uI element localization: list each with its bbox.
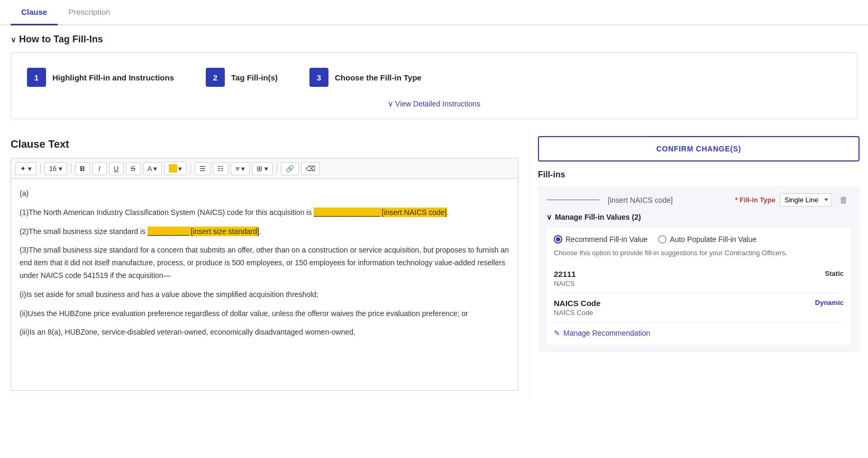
step-3: 3 Choose the Fill-in Type [309,68,422,87]
view-instructions-chevron: ∨ [388,100,393,108]
manage-title: Manage Fill-in Values (2) [555,213,641,221]
how-to-title: ∨ How to Tag Fill-Ins [11,34,857,45]
underline-button[interactable]: U [109,162,124,175]
manage-chevron: ∨ [546,213,552,221]
eraser-button[interactable]: ⌫ [301,162,320,175]
manage-recommendation-link[interactable]: ✎ Manage Recommendation [554,329,844,337]
manage-body: Recommend Fill-in Value Auto Populate Fi… [546,228,851,345]
fiv-number-1: 22111 [554,270,576,279]
editor-para-2: (2)The small business size standard is _… [20,226,509,238]
sep-2 [71,163,71,174]
sep-1 [40,163,41,174]
sep-4 [277,163,277,174]
fill-in-item: [insert NAICS code] * Fill-in Type Singl… [538,186,860,352]
editor-para-i: (i)Is set aside for small business and h… [20,289,509,301]
radio-auto-populate-circle [658,235,666,244]
tab-bar: Clause Prescription [0,0,868,25]
fill-ins-title: Fill-ins [538,170,860,179]
view-instructions-text: View Detailed Instructions [395,100,480,108]
fill-in-value-item-2: NAICS Code NAICS Code Dynamic [554,293,844,322]
magic-wand-button[interactable]: ✦ ▾ [15,162,36,175]
fill-in-header: [insert NAICS code] * Fill-in Type Singl… [546,193,851,206]
manage-recommendation-text: Manage Recommendation [563,329,650,337]
radio-auto-populate[interactable]: Auto Populate Fill-in Value [658,235,756,244]
editor-para-a: (a) [20,187,509,200]
tab-clause[interactable]: Clause [11,0,58,25]
table-button[interactable]: ⊞ ▾ [252,162,273,175]
fiv-badge-1[interactable]: Static [825,270,844,277]
step-1-badge: 1 [27,68,46,87]
how-to-section: ∨ How to Tag Fill-Ins 1 Highlight Fill-i… [0,25,868,130]
helper-text: Choose this option to provide fill-in su… [554,249,844,257]
align-button[interactable]: ≡ ▾ [231,162,250,175]
fill-in-type-label: * Fill-in Type [735,196,775,204]
step-2-badge: 2 [206,68,225,87]
clause-text-title: Clause Text [11,138,518,150]
editor-para-3: (3)The small business size standard for … [20,244,509,282]
ordered-list-button[interactable]: ☷ [213,162,229,175]
radio-recommend-label: Recommend Fill-in Value [565,235,647,244]
view-instructions-link[interactable]: ∨ View Detailed Instructions [388,100,480,108]
bold-button[interactable]: B [75,162,90,175]
how-to-title-text: How to Tag Fill-Ins [19,34,103,45]
right-panel: CONFIRM CHANGE(S) Fill-ins [insert NAICS… [529,130,868,399]
editor-para-1: (1)The North American Industry Classific… [20,206,509,219]
editor-para-ii: (ii)Uses the HUBZone price evaluation pr… [20,308,509,320]
radio-auto-populate-label: Auto Populate Fill-in Value [670,235,756,244]
highlight-swatch [169,164,177,173]
fiv-label-1: NAICS [554,280,576,288]
sep-3 [190,163,191,174]
confirm-changes-button[interactable]: CONFIRM CHANGE(S) [538,136,860,161]
highlight-button[interactable]: ▾ [164,161,187,175]
delete-fill-in-button[interactable]: 🗑 [836,194,851,206]
step-3-label: Choose the Fill-in Type [335,73,422,82]
step-1: 1 Highlight Fill-in and Instructions [27,68,174,87]
strikethrough-button[interactable]: S [126,162,141,175]
fill-in-underline [546,200,599,200]
radio-recommend[interactable]: Recommend Fill-in Value [554,235,647,244]
fill-in-type-row: * Fill-in Type Single Line Multi Line Da… [735,193,851,206]
editor-para-iii: (iii)Is an 8(a), HUBZone, service-disabl… [20,326,509,339]
step-3-badge: 3 [309,68,328,87]
fill-in-naics-text: [insert NAICS code] [608,196,673,204]
toolbar: ✦ ▾ 16 ▾ B I U S A ▾ ▾ ☰ ☷ ≡ ▾ ⊞ ▾ 🔗 ⌫ [11,158,518,179]
steps-box: 1 Highlight Fill-in and Instructions 2 T… [11,52,857,119]
how-to-chevron[interactable]: ∨ [11,35,16,44]
fiv-main-1: 22111 NAICS [554,270,576,288]
clause-text-panel: Clause Text ✦ ▾ 16 ▾ B I U S A ▾ ▾ ☰ ☷ ≡… [0,130,529,399]
main-content: Clause Text ✦ ▾ 16 ▾ B I U S A ▾ ▾ ☰ ☷ ≡… [0,130,868,399]
step-2: 2 Tag Fill-in(s) [206,68,278,87]
font-color-button[interactable]: A ▾ [143,162,162,175]
fiv-label-2: NAICS Code [554,309,600,317]
fiv-badge-2[interactable]: Dynamic [815,299,844,307]
unordered-list-button[interactable]: ☰ [195,162,211,175]
step-1-label: Highlight Fill-in and Instructions [52,73,174,82]
fiv-number-2: NAICS Code [554,299,600,308]
radio-recommend-circle [554,235,562,244]
step-2-label: Tag Fill-in(s) [231,73,278,82]
fiv-main-2: NAICS Code NAICS Code [554,299,600,317]
font-size-button[interactable]: 16 ▾ [44,162,67,175]
manage-fill-in-values-header[interactable]: ∨ Manage Fill-in Values (2) [546,213,851,221]
fill-in-label-row: [insert NAICS code] [546,196,673,204]
fill-in-value-item-1: 22111 NAICS Static [554,264,844,293]
tab-prescription[interactable]: Prescription [58,0,121,25]
radio-row: Recommend Fill-in Value Auto Populate Fi… [554,235,844,244]
fill-in-type-select[interactable]: Single Line Multi Line Date Number [780,193,832,206]
link-button[interactable]: 🔗 [281,162,299,175]
editor-area[interactable]: (a) (1)The North American Industry Class… [11,179,518,391]
italic-button[interactable]: I [92,162,107,175]
naics-highlight[interactable]: ________________ [insert NAICS code] [314,208,446,217]
steps-row: 1 Highlight Fill-in and Instructions 2 T… [27,68,841,87]
size-standard-highlight[interactable]: __________ [insert size standard] [148,227,259,236]
manage-recommendation-icon: ✎ [554,329,560,337]
view-instructions-row: ∨ View Detailed Instructions [27,97,841,108]
